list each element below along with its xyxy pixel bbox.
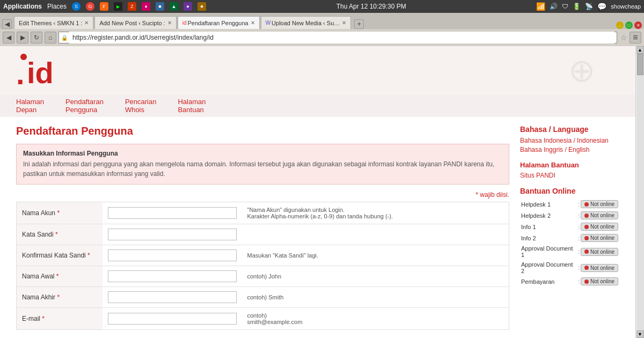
online-label: Helpdesk 2 xyxy=(520,210,578,221)
app5-icon[interactable]: ♦ xyxy=(142,2,150,11)
nav-pencarian[interactable]: Pencarian Whois xyxy=(125,98,157,114)
site-header: ⊕ . id xyxy=(0,46,635,94)
page-area: ⊕ . id Halaman Depan Pendaftaran Penggun… xyxy=(0,46,644,338)
email-input[interactable] xyxy=(108,313,237,325)
nama-awal-input[interactable] xyxy=(108,270,237,282)
tab-0-close[interactable]: ✕ xyxy=(84,20,89,26)
skype-icon[interactable]: S xyxy=(72,2,80,11)
forward-button[interactable]: ▶ xyxy=(17,32,28,43)
app7-icon[interactable]: ▲ xyxy=(170,2,178,11)
registration-form: Nama Akun * "Nama Akun" digunakan untuk … xyxy=(16,202,509,330)
online-status-button-cell: Not online xyxy=(580,232,619,244)
info-box: Masukkan Informasi Pengguna Ini adalah i… xyxy=(16,144,509,185)
not-online-button[interactable]: Not online xyxy=(581,277,618,285)
online-item: Helpdesk 2 : Not online xyxy=(520,210,619,221)
status-dot xyxy=(584,266,589,270)
not-online-button[interactable]: Not online xyxy=(581,248,618,256)
maximize-button[interactable]: □ xyxy=(625,21,633,29)
situs-pandi-link[interactable]: Situs PANDI xyxy=(520,172,619,179)
not-online-button[interactable]: Not online xyxy=(581,200,618,208)
status-dot xyxy=(584,236,589,240)
nav-bantuan[interactable]: Halaman Bantuan xyxy=(178,98,206,114)
datetime-display: Thu Apr 12 10:29:30 PM xyxy=(336,3,406,10)
close-button[interactable]: ✕ xyxy=(634,21,642,29)
tab-3[interactable]: W Upload New Media ‹ Su… ✕ xyxy=(261,16,352,29)
nama-akhir-input[interactable] xyxy=(108,291,237,303)
tab-3-close[interactable]: ✕ xyxy=(342,20,346,26)
nav-bar: ◀ ▶ ↻ ⌂ 🔒 ☆ ≡ xyxy=(0,29,644,46)
nav-menu: Halaman Depan Pendaftaran Pengguna Penca… xyxy=(0,94,635,117)
nav-halaman-depan[interactable]: Halaman Depan xyxy=(16,98,44,114)
battery-icon: 🔋 xyxy=(573,3,581,10)
online-title: Bantuan Online xyxy=(520,187,619,195)
tab-0[interactable]: Edit Themes ‹ SMKN 1 : ✕ xyxy=(14,16,93,29)
scroll-thumb[interactable] xyxy=(637,54,643,75)
app8-icon[interactable]: ● xyxy=(184,2,192,11)
volume-icon[interactable]: 🔊 xyxy=(550,3,558,10)
not-online-button[interactable]: Not online xyxy=(581,264,618,272)
nama-akun-input[interactable] xyxy=(108,207,237,219)
scroll-track[interactable] xyxy=(636,54,644,330)
field-label-nama-akun: Nama Akun * xyxy=(17,202,103,224)
taskbar-left: Applications Places S G F ▶ Z ♦ ■ ▲ ● ★ xyxy=(3,2,206,11)
reload-button[interactable]: ↻ xyxy=(31,32,42,43)
sidebar-online-section: Bantuan Online Helpdesk 1 : Not online H… xyxy=(520,187,619,287)
table-row: Kata Sandi * xyxy=(17,224,509,245)
menu-button[interactable]: ≡ xyxy=(630,32,641,43)
home-button[interactable]: ⌂ xyxy=(45,32,56,43)
sidebar-help-section: Halaman Bantuan Situs PANDI xyxy=(520,161,619,179)
not-online-label: Not online xyxy=(590,212,614,218)
not-online-button[interactable]: Not online xyxy=(581,223,618,231)
places-menu[interactable]: Places xyxy=(47,3,67,10)
content-wrapper: Pendaftaran Pengguna Masukkan Informasi … xyxy=(0,117,635,338)
terminal-icon[interactable]: ▶ xyxy=(114,2,122,11)
scroll-up-button[interactable]: ▲ xyxy=(636,46,644,54)
signal-icon: 📡 xyxy=(585,3,593,10)
scroll-down-button[interactable]: ▼ xyxy=(636,330,644,338)
kata-sandi-input[interactable] xyxy=(108,229,237,240)
not-online-label: Not online xyxy=(590,201,614,207)
app9-icon[interactable]: ★ xyxy=(197,2,206,11)
online-status-button-cell: Not online xyxy=(580,260,619,276)
tab-2-label: Pendaftaran Pengguna xyxy=(187,20,248,26)
not-online-label: Not online xyxy=(590,265,614,271)
back-button[interactable]: ◀ xyxy=(3,32,14,43)
bookmark-star[interactable]: ☆ xyxy=(620,33,627,42)
field-input-nama-awal-cell xyxy=(103,266,242,287)
status-dot xyxy=(584,280,589,284)
not-online-label: Not online xyxy=(590,224,614,230)
online-item: Info 2 : Not online xyxy=(520,232,619,244)
konfirmasi-kata-sandi-input[interactable] xyxy=(108,249,237,261)
lang-indonesian-link[interactable]: Bahasa Indonesia / Indonesian xyxy=(520,137,619,144)
applications-menu[interactable]: Applications xyxy=(3,3,42,10)
tab-1[interactable]: Add New Post ‹ Sucipto : ✕ xyxy=(94,16,176,29)
not-online-button[interactable]: Not online xyxy=(581,234,618,242)
lang-english-link[interactable]: Bahasa Inggris / English xyxy=(520,146,619,153)
tab-1-close[interactable]: ✕ xyxy=(167,20,172,26)
filezilla-icon[interactable]: Z xyxy=(128,2,136,11)
online-label: Info 1 xyxy=(520,221,578,232)
table-row: Konfirmasi Kata Sandi * Masukan "Kata Sa… xyxy=(17,245,509,266)
app6-icon[interactable]: ■ xyxy=(156,2,164,11)
chat-icon[interactable]: 💬 xyxy=(597,2,606,11)
firefox-icon[interactable]: F xyxy=(100,2,108,11)
chrome-icon[interactable]: G xyxy=(86,2,94,11)
browser-back-small[interactable]: ◀ xyxy=(2,19,12,29)
new-tab-button[interactable]: + xyxy=(354,19,364,29)
address-bar[interactable] xyxy=(69,32,614,43)
info-box-text: Ini adalah informasi dari pengguna yang … xyxy=(23,159,502,179)
table-row: Nama Akhir * contoh) Smith xyxy=(17,287,509,308)
minimize-button[interactable]: – xyxy=(616,21,624,29)
online-label: Pembayaran xyxy=(520,276,578,287)
form-area: Pendaftaran Pengguna Masukkan Informasi … xyxy=(16,125,509,330)
tab-1-label: Add New Post ‹ Sucipto : xyxy=(99,20,165,26)
online-item: Pembayaran : Not online xyxy=(520,276,619,287)
field-label-nama-akhir: Nama Akhir * xyxy=(17,287,103,308)
online-item: Approval Document 1 : Not online xyxy=(520,244,619,260)
logo-suffix: id xyxy=(27,60,54,86)
not-online-button[interactable]: Not online xyxy=(581,211,618,219)
tab-2[interactable]: id Pendaftaran Pengguna ✕ xyxy=(178,16,260,29)
taskbar-center: Thu Apr 12 10:29:30 PM xyxy=(206,3,536,10)
tab-2-close[interactable]: ✕ xyxy=(251,20,255,26)
nav-pendaftaran[interactable]: Pendaftaran Pengguna xyxy=(65,98,104,114)
